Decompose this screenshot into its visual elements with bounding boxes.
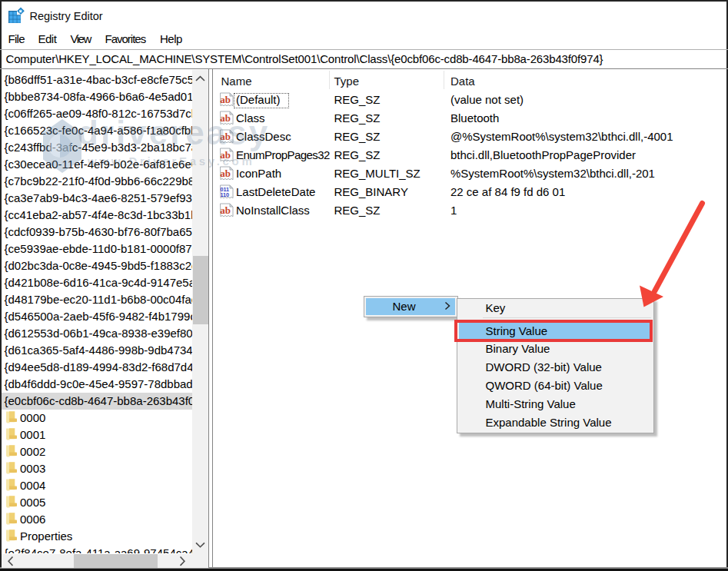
svg-text:ab: ab [220, 94, 231, 105]
svg-text:ab: ab [220, 204, 231, 216]
svg-text:ab: ab [220, 131, 231, 142]
svg-text:ab: ab [220, 112, 231, 124]
svg-text:ab: ab [220, 149, 231, 161]
svg-text:110: 110 [221, 191, 230, 198]
svg-text:ab: ab [220, 168, 231, 179]
